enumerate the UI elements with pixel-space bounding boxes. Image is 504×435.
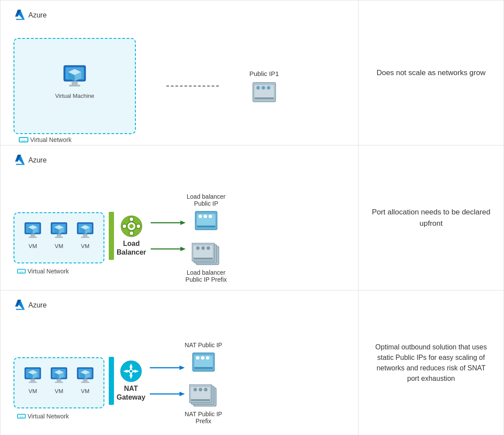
svg-point-11 (256, 86, 260, 90)
svg-point-53 (209, 214, 212, 218)
svg-point-60 (201, 246, 205, 250)
svg-rect-66 (28, 382, 37, 383)
svg-text:<>: <> (21, 138, 26, 142)
svg-rect-114 (191, 399, 210, 401)
svg-point-112 (199, 388, 202, 391)
vm5-icon (48, 367, 70, 386)
svg-rect-3 (69, 85, 80, 86)
row2-diagram: Azure (0, 145, 359, 290)
nat-icon (120, 360, 142, 383)
svg-rect-24 (57, 234, 61, 237)
azure-logo-row1 (14, 9, 26, 21)
arrow-bottom-nat (150, 390, 185, 398)
svg-point-59 (196, 246, 200, 250)
row1-diagram: Azure (0, 0, 359, 145)
svg-rect-73 (55, 382, 63, 383)
vm-icon-area: Virtual Machine (55, 65, 94, 99)
vnet-text-row3: Virtual Network (28, 413, 69, 420)
vm6-col: VM (74, 367, 97, 394)
svg-rect-79 (83, 379, 87, 382)
nat-public-ip-icon (191, 352, 216, 372)
row2-description: Port allocation needs to be declared upf… (359, 145, 504, 290)
vnet-text-row2: Virtual Network (28, 268, 69, 275)
svg-rect-80 (81, 382, 89, 383)
lb-icon (120, 215, 143, 238)
lb-arrow-bottom (151, 245, 186, 253)
svg-point-42 (136, 224, 141, 228)
svg-point-61 (207, 246, 210, 250)
row3-layout: VM VM (14, 315, 345, 435)
nat-public-ip-item: NAT Public IP (185, 342, 222, 372)
nat-arrow-bottom (150, 390, 185, 398)
nat-public-ip-prefix-item: NAT Public IP Prefix (185, 384, 222, 425)
lb-top-label: Load balancer Public IP (187, 193, 226, 207)
row3-vnet-label: <> Virtual Network (17, 413, 69, 420)
nat-arrows-fork (150, 363, 185, 398)
row1-inner: Virtual Machine <> Virtual Network Publi… (14, 25, 345, 134)
arrow-top-lb (151, 218, 186, 227)
row2-vnet-wrapper: VM (14, 212, 104, 263)
vm4-icon (21, 367, 44, 386)
svg-rect-72 (57, 379, 61, 382)
row2-layout: VM (14, 170, 345, 297)
svg-marker-98 (180, 366, 185, 370)
azure-text-row3: Azure (28, 301, 47, 309)
row2-desc-text: Port allocation needs to be declared upf… (372, 207, 490, 229)
azure-label-row3: Azure (14, 299, 345, 311)
vm2-col: VM (48, 222, 70, 249)
svg-text:<>: <> (20, 270, 23, 274)
row3-desc-text: Optimal outbound solution that uses stat… (372, 342, 490, 384)
svg-point-104 (201, 356, 204, 359)
vm1-label: VM (28, 243, 37, 249)
row2-vnet-label: <> Virtual Network (17, 268, 69, 275)
main-grid: Azure (0, 0, 504, 435)
vnet-label-row1: <> Virtual Network (19, 136, 72, 144)
svg-rect-25 (55, 237, 63, 238)
nat-label: NAT Gateway (117, 384, 145, 401)
lb-connector-bar (109, 212, 114, 260)
azure-text-row1: Azure (28, 11, 47, 19)
vm4-col: VM (21, 367, 44, 394)
nat-icon-area: NAT Gateway (117, 360, 145, 401)
nat-connector-bar (109, 357, 114, 405)
svg-marker-48 (180, 247, 186, 251)
svg-point-41 (122, 224, 127, 228)
svg-rect-106 (194, 367, 213, 369)
vnet-icon-row2: <> (17, 268, 26, 275)
lb-public-ip-icon (193, 211, 219, 231)
svg-point-12 (262, 86, 265, 90)
lb-public-ip-item: Load balancer Public IP (186, 193, 227, 231)
azure-label-row1: Azure (14, 9, 345, 21)
svg-point-96 (130, 370, 132, 373)
vm5-col: VM (48, 367, 70, 394)
svg-rect-32 (81, 237, 89, 238)
arrow-bottom-lb (151, 245, 186, 253)
svg-rect-62 (193, 258, 213, 259)
lb-icon-area: Load Balancer (117, 215, 146, 256)
row3-vnet-wrapper: VM VM (14, 357, 104, 408)
vm2-icon (48, 222, 70, 241)
public-ip-icon (251, 82, 277, 103)
svg-point-111 (193, 388, 197, 391)
azure-label-row2: Azure (14, 154, 345, 166)
vm1-col: VM (21, 222, 44, 249)
lb-right-icons: Load balancer Public IP (186, 193, 227, 283)
azure-text-row2: Azure (28, 156, 47, 164)
nat-top-label: NAT Public IP (185, 342, 222, 349)
lb-bottom-label: Load balancer Public IP Prefix (186, 269, 227, 283)
vm4-label: VM (28, 388, 37, 394)
dashed-line-row1 (166, 86, 219, 86)
vnet-box-row1: Virtual Machine <> Virtual Network (14, 38, 136, 134)
vm3-icon (74, 222, 97, 241)
row1-desc-text: Does not scale as networks grow (376, 67, 485, 79)
nat-public-ip-prefix-icon (189, 384, 218, 408)
row2-vnet-box: VM (14, 212, 104, 263)
svg-text:<>: <> (20, 415, 23, 419)
lb-label: Load Balancer (117, 239, 146, 256)
svg-rect-54 (197, 225, 215, 227)
vnet-text-row1: Virtual Network (30, 136, 72, 143)
vm-label-row1: Virtual Machine (55, 93, 94, 99)
azure-logo-row3 (14, 299, 26, 311)
public-ip-label: Public IP1 (249, 70, 279, 77)
azure-logo-row2 (14, 154, 26, 166)
